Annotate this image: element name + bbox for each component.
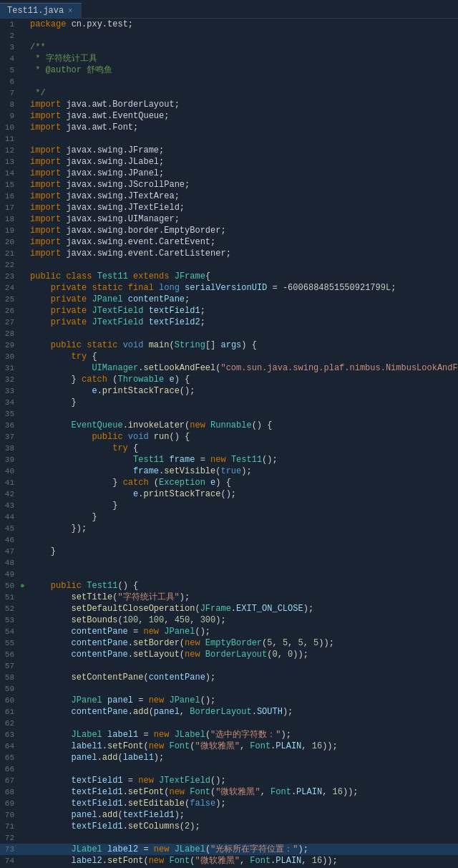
file-tab[interactable]: Test11.java × bbox=[0, 3, 82, 18]
code-line: 41 } catch (Exception e) { bbox=[0, 477, 458, 488]
code-line: 47 } bbox=[0, 546, 458, 557]
code-line: 60 JPanel panel = new JPanel(); bbox=[0, 695, 458, 706]
code-line: 5 * @author 舒鸣鱼 bbox=[0, 64, 458, 76]
code-line: 3 /** bbox=[0, 42, 458, 53]
code-line: 35 bbox=[0, 408, 458, 420]
code-line: 74 label2.setFont(new Font("微软雅黑", Font.… bbox=[0, 855, 458, 867]
code-line: 27 private JTextField textField2; bbox=[0, 317, 458, 328]
code-line: 66 bbox=[0, 763, 458, 775]
code-line: 23 public class Test11 extends JFrame{ bbox=[0, 271, 458, 282]
code-line: 24 private static final long serialVersi… bbox=[0, 282, 458, 294]
code-line: 33 e.printStackTrace(); bbox=[0, 385, 458, 397]
code-line: 65 panel.add(label1); bbox=[0, 752, 458, 763]
code-line: 71 textField1.setColumns(2); bbox=[0, 821, 458, 832]
code-line: 22 bbox=[0, 259, 458, 271]
code-line: 55 contentPane.setBorder(new EmptyBorder… bbox=[0, 637, 458, 649]
code-line: 51 setTitle("字符统计工具"); bbox=[0, 592, 458, 603]
code-line: 31 UIManager.setLookAndFeel("com.sun.jav… bbox=[0, 362, 458, 374]
tab-label: Test11.java bbox=[7, 6, 64, 16]
code-line: 56 contentPane.setLayout(new BorderLayou… bbox=[0, 649, 458, 660]
code-line: 1 package cn.pxy.test; bbox=[0, 19, 458, 30]
code-line: 17 import javax.swing.JTextField; bbox=[0, 202, 458, 213]
code-line: 18 import javax.swing.UIManager; bbox=[0, 213, 458, 225]
code-line: 8 import java.awt.BorderLayout; bbox=[0, 99, 458, 110]
code-line: 68 textField1.setFont(new Font("微软雅黑", F… bbox=[0, 786, 458, 798]
code-line: 34 } bbox=[0, 397, 458, 408]
code-line: 72 bbox=[0, 832, 458, 844]
code-line: 52 setDefaultCloseOperation(JFrame.EXIT_… bbox=[0, 603, 458, 614]
code-line: 29 public static void main(String[] args… bbox=[0, 339, 458, 351]
code-line: 32 } catch (Throwable e) { bbox=[0, 374, 458, 385]
code-line: 43 } bbox=[0, 500, 458, 511]
code-line: 2 bbox=[0, 30, 458, 42]
code-line: 36 EventQueue.invokeLater(new Runnable()… bbox=[0, 420, 458, 431]
code-line: 15 import javax.swing.JScrollPane; bbox=[0, 179, 458, 191]
code-editor: 1 package cn.pxy.test; 2 3 /** 4 * 字符统计工… bbox=[0, 19, 458, 868]
code-line: 11 bbox=[0, 133, 458, 145]
code-line: 53 setBounds(100, 100, 450, 300); bbox=[0, 614, 458, 626]
code-line: 70 panel.add(textField1); bbox=[0, 809, 458, 821]
code-line: 59 bbox=[0, 683, 458, 695]
code-line: 58 setContentPane(contentPane); bbox=[0, 672, 458, 683]
code-line: 14 import javax.swing.JPanel; bbox=[0, 168, 458, 179]
tab-bar: Test11.java × bbox=[0, 0, 458, 19]
code-line: 28 bbox=[0, 328, 458, 339]
code-line: 45 }); bbox=[0, 523, 458, 534]
code-line: 16 import javax.swing.JTextArea; bbox=[0, 191, 458, 202]
code-line: 39 Test11 frame = new Test11(); bbox=[0, 454, 458, 466]
code-line: 57 bbox=[0, 660, 458, 672]
code-line: 13 import javax.swing.JLabel; bbox=[0, 156, 458, 168]
code-line: 10 import java.awt.Font; bbox=[0, 122, 458, 133]
code-line: 21 import javax.swing.event.CaretListene… bbox=[0, 248, 458, 259]
code-line: 62 bbox=[0, 718, 458, 729]
code-line: 26 private JTextField textField1; bbox=[0, 305, 458, 317]
code-line: 20 import javax.swing.event.CaretEvent; bbox=[0, 236, 458, 248]
code-line: 69 textField1.setEditable(false); bbox=[0, 798, 458, 809]
code-line: 49 bbox=[0, 569, 458, 580]
code-line: 12 import javax.swing.JFrame; bbox=[0, 145, 458, 156]
code-line: 6 bbox=[0, 76, 458, 87]
code-line: 44 } bbox=[0, 511, 458, 523]
code-line: 30 try { bbox=[0, 351, 458, 362]
code-line: 4 * 字符统计工具 bbox=[0, 53, 458, 64]
code-line: 61 contentPane.add(panel, BorderLayout.S… bbox=[0, 706, 458, 718]
code-line: 67 textField1 = new JTextField(); bbox=[0, 775, 458, 786]
code-line: 50 ● public Test11() { bbox=[0, 580, 458, 592]
tab-close-icon[interactable]: × bbox=[68, 7, 72, 15]
code-line: 48 bbox=[0, 557, 458, 569]
code-line: 54 contentPane = new JPanel(); bbox=[0, 626, 458, 637]
code-line: 42 e.printStackTrace(); bbox=[0, 488, 458, 500]
code-line: 19 import javax.swing.border.EmptyBorder… bbox=[0, 225, 458, 236]
code-line: 73 JLabel label2 = new JLabel("光标所在字符位置：… bbox=[0, 844, 458, 855]
code-line: 40 frame.setVisible(true); bbox=[0, 466, 458, 477]
code-line: 37 public void run() { bbox=[0, 431, 458, 443]
code-line: 7 */ bbox=[0, 87, 458, 99]
code-line: 25 private JPanel contentPane; bbox=[0, 294, 458, 305]
code-line: 63 JLabel label1 = new JLabel("选中的字符数：")… bbox=[0, 729, 458, 741]
code-line: 9 import java.awt.EventQueue; bbox=[0, 110, 458, 122]
code-line: 38 try { bbox=[0, 443, 458, 454]
code-line: 64 label1.setFont(new Font("微软雅黑", Font.… bbox=[0, 741, 458, 752]
code-line: 46 bbox=[0, 534, 458, 546]
